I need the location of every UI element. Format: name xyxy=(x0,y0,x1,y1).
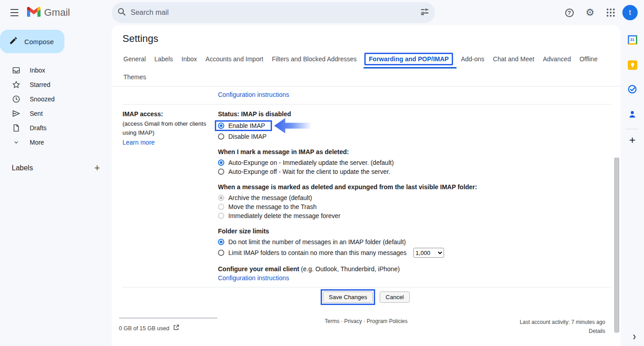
storage-text[interactable]: 0 GB of 15 GB used xyxy=(119,325,169,332)
topbar: Gmail ? ⚙ t xyxy=(0,0,644,25)
keep-icon xyxy=(628,60,637,70)
auto-expunge-off-label[interactable]: Auto-Expunge off - Wait for the client t… xyxy=(228,168,390,175)
auto-expunge-on-radio[interactable] xyxy=(218,159,224,166)
tabs-row-2: Themes xyxy=(122,68,613,86)
sidebar: Compose Inbox Starred Snoozed Sent xyxy=(0,25,112,346)
enable-imap-radio[interactable] xyxy=(218,123,224,129)
learn-more-link[interactable]: Learn more xyxy=(122,139,155,146)
section-divider xyxy=(122,104,612,105)
tab-chat-and-meet[interactable]: Chat and Meet xyxy=(492,54,535,64)
imap-access-description: (access Gmail from other clients using I… xyxy=(122,119,218,137)
tab-general[interactable]: General xyxy=(122,54,147,64)
imap-access-label: IMAP access: xyxy=(122,110,218,118)
tab-advanced[interactable]: Advanced xyxy=(542,54,571,64)
hide-side-panel-chevron-icon[interactable]: › xyxy=(633,330,636,342)
sidebar-item-label: Starred xyxy=(30,81,50,88)
compose-button[interactable]: Compose xyxy=(0,30,64,53)
tab-forwarding-and-pop-imap[interactable]: Forwarding and POP/IMAP xyxy=(364,53,453,65)
calendar-icon: 31 xyxy=(628,35,637,45)
buttons-row: Save Changes Cancel xyxy=(321,289,612,305)
save-annotation-box: Save Changes xyxy=(321,289,375,305)
calendar-button[interactable]: 31 xyxy=(624,32,640,48)
enable-imap-label[interactable]: Enable IMAP xyxy=(228,122,265,129)
annotation-arrow-icon xyxy=(274,118,311,133)
auto-expunge-off-radio[interactable] xyxy=(218,168,224,175)
disable-imap-radio[interactable] xyxy=(218,133,224,140)
compose-label: Compose xyxy=(24,38,54,46)
search-input[interactable] xyxy=(131,9,420,17)
sidebar-item-inbox[interactable]: Inbox xyxy=(0,63,112,77)
brand-text: Gmail xyxy=(44,7,70,18)
search-bar[interactable] xyxy=(112,2,435,23)
sidebar-item-starred[interactable]: Starred xyxy=(0,77,112,92)
tab-add-ons[interactable]: Add-ons xyxy=(460,54,485,64)
tab-labels[interactable]: Labels xyxy=(154,54,174,64)
tasks-icon xyxy=(627,84,637,96)
sidebar-item-sent[interactable]: Sent xyxy=(0,106,112,121)
search-icon[interactable] xyxy=(117,7,126,18)
configuration-instructions-link-top[interactable]: Configuration instructions xyxy=(218,91,289,98)
gmail-logo[interactable]: Gmail xyxy=(27,7,106,19)
tab-accounts-and-import[interactable]: Accounts and Import xyxy=(204,54,264,64)
tab-filters-and-blocked-addresses[interactable]: Filters and Blocked Addresses xyxy=(271,54,358,64)
sidebar-item-drafts[interactable]: Drafts xyxy=(0,121,112,135)
scrollbar-thumb[interactable] xyxy=(614,158,619,332)
delete-forever-radio xyxy=(218,213,224,219)
tab-offline[interactable]: Offline xyxy=(579,54,599,64)
folder-size-limits-section: Folder size limits Do not limit the numb… xyxy=(218,228,612,258)
sidebar-item-label: Drafts xyxy=(30,124,46,132)
help-icon: ? xyxy=(565,9,574,17)
create-label-button[interactable]: + xyxy=(94,163,100,173)
sidebar-item-snoozed[interactable]: Snoozed xyxy=(0,92,112,106)
send-icon xyxy=(12,109,21,118)
imap-access-label-column: IMAP access: (access Gmail from other cl… xyxy=(122,110,218,282)
main-menu-icon[interactable] xyxy=(4,2,25,23)
gmail-m-icon xyxy=(27,7,41,19)
limit-folders-radio[interactable] xyxy=(218,250,224,256)
google-apps-button[interactable] xyxy=(602,4,620,22)
get-add-ons-button[interactable]: + xyxy=(629,135,635,146)
tab-forwarding-pop-imap-wrap: Forwarding and POP/IMAP xyxy=(364,53,453,65)
message-limit-select[interactable]: 1,000 xyxy=(413,248,444,258)
apps-grid-icon xyxy=(607,9,615,17)
imap-access-section: IMAP access: (access Gmail from other cl… xyxy=(122,110,612,282)
disable-imap-label[interactable]: Disable IMAP xyxy=(228,133,267,140)
limit-folders-label[interactable]: Limit IMAP folders to contain no more th… xyxy=(228,249,407,256)
imap-status-column: Status: IMAP is disabled Enable IMAP Dis… xyxy=(218,110,612,282)
enable-imap-annotation-box: Enable IMAP xyxy=(215,120,272,131)
storage-meter: 0 GB of 15 GB used xyxy=(119,317,219,332)
settings-button[interactable]: ⚙ xyxy=(581,4,599,22)
help-button[interactable]: ? xyxy=(560,4,578,22)
sidebar-item-more[interactable]: More xyxy=(0,135,112,150)
card-footer: 0 GB of 15 GB used Terms · Privacy · Pro… xyxy=(112,315,621,342)
imap-status-header: Status: IMAP is disabled xyxy=(218,110,612,118)
mark-deleted-header: When I mark a message in IMAP as deleted… xyxy=(218,148,612,155)
details-link[interactable]: Details xyxy=(589,328,605,334)
tasks-button[interactable] xyxy=(624,82,640,98)
account-avatar[interactable]: t xyxy=(622,5,638,20)
tab-inbox[interactable]: Inbox xyxy=(181,54,198,64)
rail-divider xyxy=(626,129,639,129)
configure-client-bold: Configure your email client xyxy=(218,265,299,273)
no-limit-radio[interactable] xyxy=(218,239,224,245)
no-limit-label[interactable]: Do not limit the number of messages in a… xyxy=(228,238,406,246)
keep-button[interactable] xyxy=(624,57,640,73)
tab-themes[interactable]: Themes xyxy=(122,72,147,82)
sidebar-item-label: More xyxy=(30,139,44,146)
contacts-button[interactable] xyxy=(624,107,640,123)
configuration-instructions-link-bottom[interactable]: Configuration instructions xyxy=(218,274,289,282)
expunged-header: When a message is marked as deleted and … xyxy=(218,183,612,191)
archive-message-radio xyxy=(218,195,224,201)
auto-expunge-on-label[interactable]: Auto-Expunge on - Immediately update the… xyxy=(228,159,394,166)
sidebar-item-label: Inbox xyxy=(30,67,45,74)
external-link-icon[interactable] xyxy=(173,324,179,332)
footer-links[interactable]: Terms · Privacy · Program Policies xyxy=(325,318,408,324)
tabs-row-1: General Labels Inbox Accounts and Import… xyxy=(122,50,613,68)
cancel-button[interactable]: Cancel xyxy=(380,291,409,303)
clock-icon xyxy=(12,95,21,104)
settings-tabs: General Labels Inbox Accounts and Import… xyxy=(112,45,621,86)
contacts-icon xyxy=(628,110,637,121)
search-options-icon[interactable] xyxy=(420,7,430,18)
page-title: Settings xyxy=(112,25,621,45)
save-changes-button[interactable]: Save Changes xyxy=(323,291,373,303)
